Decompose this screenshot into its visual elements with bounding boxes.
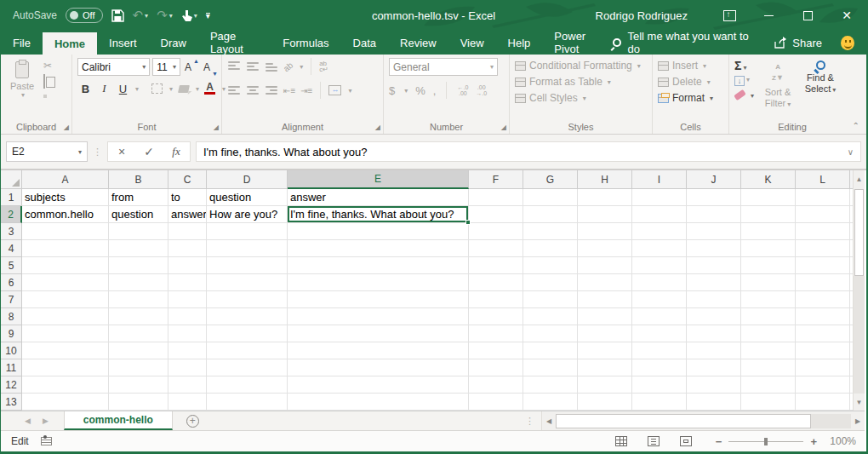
decrease-font-size-button[interactable]: A▼ bbox=[202, 59, 218, 76]
row-header-8[interactable]: 8 bbox=[1, 308, 22, 325]
cell-G1[interactable] bbox=[523, 189, 578, 206]
cell-A6[interactable] bbox=[22, 274, 109, 291]
cell-I2[interactable] bbox=[632, 206, 687, 223]
cell-D3[interactable] bbox=[207, 223, 288, 240]
row-header-3[interactable]: 3 bbox=[1, 223, 22, 240]
cell-E2[interactable]: I'm fine, thanks. What about you? bbox=[288, 206, 469, 223]
cell-A1[interactable]: subjects bbox=[22, 189, 109, 206]
cell-C12[interactable] bbox=[168, 376, 207, 394]
cell-J9[interactable] bbox=[687, 325, 741, 342]
cell-I1[interactable] bbox=[632, 189, 687, 206]
cell-K5[interactable] bbox=[741, 257, 796, 274]
select-all-corner[interactable] bbox=[1, 170, 22, 189]
cell-B11[interactable] bbox=[109, 359, 168, 376]
row-header-11[interactable]: 11 bbox=[1, 359, 22, 376]
borders-button[interactable] bbox=[149, 80, 165, 97]
scroll-right-arrow[interactable]: ▶ bbox=[851, 417, 865, 425]
cell-H9[interactable] bbox=[578, 325, 632, 342]
cell-L7[interactable] bbox=[796, 291, 850, 308]
tab-home[interactable]: Home bbox=[43, 32, 97, 55]
decrease-decimal-button[interactable]: .00→.0 bbox=[476, 84, 487, 96]
top-align-button[interactable] bbox=[227, 60, 241, 72]
scroll-left-arrow[interactable]: ◀ bbox=[542, 417, 556, 425]
cut-button[interactable]: ✂ bbox=[43, 60, 52, 72]
cell-E3[interactable] bbox=[288, 223, 469, 240]
cell-D11[interactable] bbox=[207, 359, 288, 376]
cell-K8[interactable] bbox=[741, 308, 796, 325]
sheetbar-resize-handle[interactable]: ⋮ bbox=[518, 411, 541, 430]
cell-F12[interactable] bbox=[469, 376, 523, 394]
increase-decimal-button[interactable]: ←.0.00 bbox=[457, 84, 468, 96]
cell-E9[interactable] bbox=[288, 325, 469, 342]
format-as-table-button[interactable]: Format as Table▾ bbox=[515, 76, 648, 88]
cell-G8[interactable] bbox=[523, 308, 578, 325]
vertical-scroll-track[interactable] bbox=[854, 276, 865, 394]
user-name[interactable]: Rodrigo Rodriguez bbox=[596, 9, 688, 22]
cell-H13[interactable] bbox=[578, 394, 632, 411]
name-box[interactable]: E2▾ bbox=[6, 141, 88, 162]
horizontal-scroll-thumb[interactable] bbox=[556, 414, 811, 428]
align-center-button[interactable] bbox=[246, 84, 260, 96]
cell-L2[interactable] bbox=[796, 206, 850, 223]
cell-F6[interactable] bbox=[469, 274, 523, 291]
cell-K7[interactable] bbox=[741, 291, 796, 308]
cell-K10[interactable] bbox=[741, 342, 796, 359]
cell-D10[interactable] bbox=[207, 342, 288, 359]
middle-align-button[interactable] bbox=[246, 60, 260, 72]
column-header-G[interactable]: G bbox=[523, 170, 578, 189]
cell-J4[interactable] bbox=[687, 240, 741, 257]
orientation-button[interactable]: ab bbox=[282, 60, 295, 73]
save-button[interactable] bbox=[111, 9, 124, 22]
cell-L5[interactable] bbox=[796, 257, 850, 274]
cell-B7[interactable] bbox=[109, 291, 168, 308]
prev-sheet-arrow[interactable]: ◀ bbox=[25, 417, 31, 425]
zoom-slider-thumb[interactable] bbox=[764, 438, 768, 445]
sort-filter-button[interactable]: AZ▼ Sort & Filter▾ bbox=[759, 58, 797, 118]
cell-H10[interactable] bbox=[578, 342, 632, 359]
cell-B5[interactable] bbox=[109, 257, 168, 274]
scroll-down-arrow[interactable]: ▼ bbox=[854, 394, 865, 411]
cell-K11[interactable] bbox=[741, 359, 796, 376]
cell-J12[interactable] bbox=[687, 376, 741, 394]
row-header-4[interactable]: 4 bbox=[1, 240, 22, 257]
number-format-combo[interactable]: General▾ bbox=[389, 58, 498, 76]
cell-H3[interactable] bbox=[578, 223, 632, 240]
cell-I5[interactable] bbox=[632, 257, 687, 274]
cell-A10[interactable] bbox=[22, 342, 109, 359]
cell-C3[interactable] bbox=[168, 223, 207, 240]
page-layout-view-button[interactable] bbox=[637, 436, 670, 446]
column-header-L[interactable]: L bbox=[796, 170, 850, 189]
cell-F10[interactable] bbox=[469, 342, 523, 359]
tab-file[interactable]: File bbox=[1, 31, 43, 55]
formula-input[interactable]: I'm fine, thanks. What about you? ∨ bbox=[196, 141, 861, 162]
cell-D7[interactable] bbox=[207, 291, 288, 308]
cell-A5[interactable] bbox=[22, 257, 109, 274]
cell-E10[interactable] bbox=[288, 342, 469, 359]
tab-page-layout[interactable]: Page Layout bbox=[198, 31, 271, 55]
horizontal-scrollbar[interactable]: ◀ ▶ bbox=[541, 411, 865, 430]
cell-E13[interactable] bbox=[288, 394, 469, 411]
cell-J13[interactable] bbox=[687, 394, 741, 411]
cell-C7[interactable] bbox=[168, 291, 207, 308]
feedback-smiley-icon[interactable] bbox=[841, 36, 854, 50]
cell-G3[interactable] bbox=[523, 223, 578, 240]
cell-G2[interactable] bbox=[523, 206, 578, 223]
paste-dropdown-icon[interactable]: ▾ bbox=[8, 91, 38, 99]
cell-C9[interactable] bbox=[168, 325, 207, 342]
decrease-indent-button[interactable]: ⇤≡ bbox=[283, 86, 295, 95]
row-header-7[interactable]: 7 bbox=[1, 291, 22, 308]
cell-B13[interactable] bbox=[109, 394, 168, 411]
macro-record-icon[interactable] bbox=[41, 437, 52, 445]
horizontal-scroll-track[interactable] bbox=[811, 414, 851, 428]
column-header-K[interactable]: K bbox=[741, 170, 796, 189]
row-header-5[interactable]: 5 bbox=[1, 257, 22, 274]
row-header-9[interactable]: 9 bbox=[1, 325, 22, 342]
cell-A4[interactable] bbox=[22, 240, 109, 257]
cell-G9[interactable] bbox=[523, 325, 578, 342]
cell-J2[interactable] bbox=[687, 206, 741, 223]
cell-E12[interactable] bbox=[288, 376, 469, 394]
cell-I11[interactable] bbox=[632, 359, 687, 376]
tab-review[interactable]: Review bbox=[388, 31, 448, 55]
fill-handle[interactable] bbox=[465, 220, 471, 225]
cell-K12[interactable] bbox=[741, 376, 796, 394]
